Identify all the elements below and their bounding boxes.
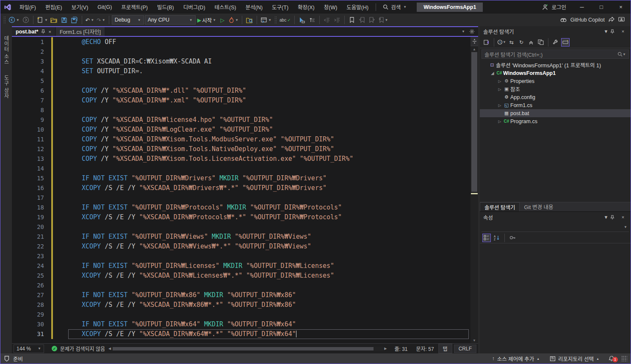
code-line[interactable]: 17: [12, 193, 470, 203]
code-line[interactable]: 26: [12, 281, 470, 290]
collapsed-arrow-icon[interactable]: ▷: [497, 79, 503, 83]
panel-options-chevron-icon[interactable]: ▼: [602, 215, 610, 220]
code-line[interactable]: 7COPY /Y "%XSCADA_DIR%₩*.xml" "%OUTPUT_D…: [12, 96, 470, 105]
alphabetical-sort-icon[interactable]: AZ: [493, 234, 501, 242]
code-line[interactable]: 28XCOPY /S /E /Y "%XSCADA_DIR%₩x86₩*.*" …: [12, 300, 470, 310]
toolbar-grip[interactable]: [3, 16, 6, 24]
close-icon[interactable]: ×: [619, 29, 627, 34]
menu-item[interactable]: 도구(T): [267, 0, 293, 14]
minimize-button[interactable]: ─: [572, 0, 592, 14]
tree-item-config[interactable]: ⚙App.config: [480, 93, 631, 101]
code-line[interactable]: 30IF NOT EXIST "%OUTPUT_DIR%₩x64" MKDIR …: [12, 320, 470, 329]
new-project-button[interactable]: ▼: [36, 15, 49, 25]
find-in-files-button[interactable]: [245, 15, 254, 25]
chevron-down-icon[interactable]: ▼: [623, 52, 626, 56]
code-line[interactable]: 10COPY /Y "%XSCADA_DIR%₩LogClear.exe" "%…: [12, 125, 470, 135]
code-line[interactable]: 1@ECHO OFF: [12, 37, 470, 47]
editor-settings-gear-icon[interactable]: [469, 29, 475, 34]
toggle-bookmark-button[interactable]: [347, 15, 357, 25]
vertical-scrollbar[interactable]: ▲ ▼: [470, 37, 478, 343]
menu-item[interactable]: 도움말(H): [342, 0, 373, 14]
tree-item-references[interactable]: ▷▣참조: [480, 85, 631, 93]
menu-item[interactable]: Git(G): [93, 0, 116, 14]
code-line[interactable]: 5: [12, 76, 470, 86]
pending-changes-filter-icon[interactable]: ▼: [497, 38, 506, 47]
add-to-source-control-button[interactable]: ↑ 소스 제어에 추가 ▲: [487, 355, 545, 363]
save-button[interactable]: [60, 15, 69, 25]
navigate-back-button[interactable]: ▼: [8, 15, 20, 25]
properties-object-combo[interactable]: ▼: [482, 223, 629, 232]
feedback-person-icon[interactable]: [618, 17, 625, 23]
search-icon[interactable]: [617, 52, 623, 57]
open-folder-button[interactable]: [50, 15, 59, 25]
code-line[interactable]: 8: [12, 105, 470, 115]
properties-wrench-icon[interactable]: [551, 38, 560, 47]
horizontal-scrollbar[interactable]: ◀ ▶: [108, 347, 387, 351]
navigate-forward-button[interactable]: [21, 15, 30, 25]
solution-platform-combo[interactable]: Any CPU ▼: [145, 15, 196, 25]
menu-item[interactable]: 확장(X): [293, 0, 319, 14]
column-indicator[interactable]: 문자: 57: [412, 345, 438, 352]
code-line[interactable]: 19XCOPY /S /E /Y "%XSCADA_DIR%₩Protocols…: [12, 212, 470, 222]
collapsed-arrow-icon[interactable]: ▷: [497, 87, 503, 91]
search-box[interactable]: 검색 ▼: [379, 3, 411, 11]
start-debugging-button[interactable]: ▶ 시작 ▼: [196, 15, 217, 25]
collapsed-arrow-icon[interactable]: ▷: [497, 103, 503, 108]
code-line[interactable]: 11COPY /Y "%XSCADA_DIR%₩Xisom.Tools.Modb…: [12, 135, 470, 144]
solution-explorer-search-input[interactable]: 솔루션 탐색기 검색(Ctrl+;) ▼: [482, 50, 629, 59]
panel-tab[interactable]: 솔루션 탐색기: [480, 202, 520, 211]
menu-item[interactable]: 프로젝트(P): [116, 0, 152, 14]
split-editor-handle[interactable]: [470, 37, 478, 46]
property-key-icon[interactable]: [508, 234, 517, 242]
tree-item-batch[interactable]: ▦post.bat: [480, 109, 631, 117]
toolbar-grip[interactable]: [274, 16, 277, 24]
categorized-view-icon[interactable]: [482, 234, 491, 242]
scroll-down-arrow[interactable]: ▼: [470, 337, 478, 343]
resize-grip[interactable]: [621, 356, 627, 361]
menu-item[interactable]: 디버그(D): [179, 0, 210, 14]
code-line[interactable]: 4SET OUTPUT_DIR=.: [12, 66, 470, 76]
code-line[interactable]: 31XCOPY /S /E /Y "%XSCADA_DIR%₩x64₩*.*" …: [12, 329, 470, 339]
solution-explorer-titlebar[interactable]: 솔루션 탐색기 ▼ ×: [480, 26, 631, 36]
code-line[interactable]: 18IF NOT EXIST "%OUTPUT_DIR%₩Protocols" …: [12, 203, 470, 212]
collapsed-arrow-icon[interactable]: ▷: [497, 119, 503, 124]
pin-icon[interactable]: [41, 29, 45, 34]
solution-configuration-combo[interactable]: Debug ▼: [112, 15, 144, 25]
pin-icon[interactable]: [610, 29, 619, 34]
scrollbar-track[interactable]: [470, 52, 478, 337]
tree-item-csharp-project[interactable]: ◢C#WindowsFormsApp1: [480, 69, 631, 77]
close-button[interactable]: ×: [611, 0, 631, 14]
code-line[interactable]: 20: [12, 222, 470, 232]
collapse-all-icon[interactable]: [527, 38, 535, 47]
h-scrollbar-thumb[interactable]: [113, 347, 373, 350]
code-line[interactable]: 24IF NOT EXIST "%OUTPUT_DIR%₩Licenses" M…: [12, 261, 470, 271]
notifications-button[interactable]: 1: [609, 356, 614, 362]
scroll-up-arrow[interactable]: ▲: [470, 46, 478, 52]
sync-selection-icon[interactable]: ⇆: [507, 38, 516, 47]
code-line[interactable]: 29: [12, 310, 470, 320]
decrease-indent-button[interactable]: [322, 15, 332, 25]
github-copilot-button[interactable]: GitHub Copilot: [560, 17, 629, 23]
code-line[interactable]: 23: [12, 251, 470, 261]
expanded-arrow-icon[interactable]: ◢: [490, 71, 495, 75]
menu-item[interactable]: 분석(N): [241, 0, 267, 14]
menu-item[interactable]: 빌드(B): [152, 0, 179, 14]
scroll-right-arrow[interactable]: ▶: [384, 347, 387, 350]
next-bookmark-button[interactable]: [368, 15, 377, 25]
code-line[interactable]: 15IF NOT EXIST "%OUTPUT_DIR%₩Drivers" MK…: [12, 174, 470, 183]
zoom-level-combo[interactable]: 144 % ▼: [14, 345, 44, 353]
redo-button[interactable]: ↷▼: [96, 15, 106, 25]
format-document-button[interactable]: [307, 15, 317, 25]
previous-bookmark-button[interactable]: [357, 15, 367, 25]
active-project-pill[interactable]: WindowsFormsApp1: [417, 3, 483, 12]
clear-bookmarks-button[interactable]: ▼: [378, 15, 389, 25]
panel-tab[interactable]: Git 변경 내용: [520, 202, 557, 211]
sign-in-button[interactable]: 로그인: [536, 3, 572, 11]
code-line[interactable]: 22XCOPY /S /E /Y "%XSCADA_DIR%₩Views₩*.*…: [12, 242, 470, 251]
scroll-left-arrow[interactable]: ◀: [108, 347, 111, 350]
code-line[interactable]: 12COPY /Y "%XSCADA_DIR%₩Xisom.Tools.Nati…: [12, 144, 470, 154]
line-indicator[interactable]: 줄: 31: [390, 345, 412, 352]
menu-item[interactable]: 파일(F): [15, 0, 41, 14]
maximize-button[interactable]: □: [592, 0, 611, 14]
panel-options-chevron-icon[interactable]: ▼: [602, 29, 610, 34]
